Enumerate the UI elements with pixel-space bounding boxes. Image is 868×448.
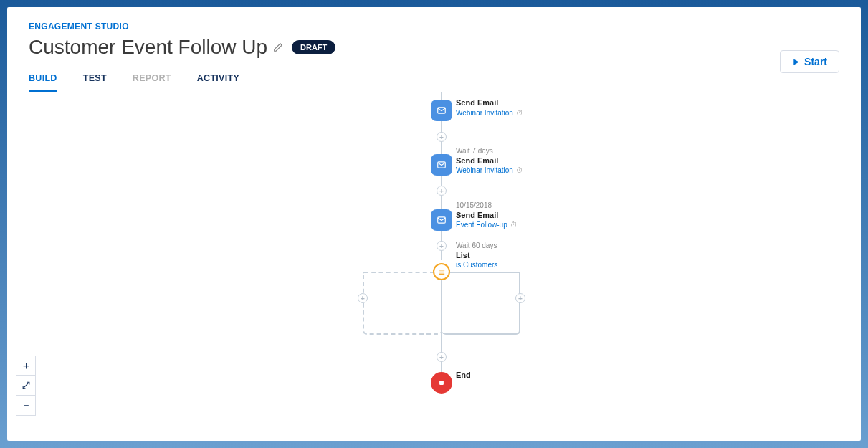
- node-link[interactable]: Webinar Invitation: [456, 166, 513, 174]
- node-link[interactable]: is Customers: [456, 261, 497, 269]
- flow-node[interactable]: Send Email Webinar Invitation⏱: [456, 98, 523, 118]
- node-title: Send Email: [456, 156, 523, 166]
- flow-node[interactable]: Wait 7 days Send Email Webinar Invitatio…: [456, 147, 523, 176]
- node-link[interactable]: Webinar Invitation: [456, 109, 513, 117]
- flow-node[interactable]: Wait 60 days List is Customers: [456, 242, 497, 270]
- tab-activity[interactable]: ACTIVITY: [197, 73, 239, 92]
- end-node-icon[interactable]: [432, 373, 451, 392]
- header: ENGAGEMENT STUDIO Customer Event Follow …: [7, 7, 861, 59]
- zoom-out-button[interactable]: －: [16, 396, 36, 416]
- page-title: Customer Event Follow Up: [29, 36, 267, 59]
- app-card: ENGAGEMENT STUDIO Customer Event Follow …: [7, 7, 861, 441]
- breadcrumb[interactable]: ENGAGEMENT STUDIO: [29, 22, 839, 32]
- branch-box-right: [442, 272, 520, 335]
- send-email-node-icon[interactable]: [432, 101, 451, 120]
- clock-icon: ⏱: [516, 166, 523, 174]
- plus-icon: ＋: [21, 359, 32, 373]
- tab-build[interactable]: BUILD: [29, 73, 57, 92]
- svg-rect-6: [439, 381, 444, 385]
- edit-icon[interactable]: [273, 42, 283, 52]
- title-row: Customer Event Follow Up DRAFT: [29, 36, 839, 59]
- node-link[interactable]: Event Follow-up: [456, 221, 507, 229]
- zoom-fit-button[interactable]: [16, 376, 36, 396]
- status-badge: DRAFT: [292, 40, 335, 54]
- node-title: List: [456, 251, 497, 261]
- zoom-controls: ＋ －: [16, 356, 36, 416]
- flow-node[interactable]: 10/15/2018 Send Email Event Follow-up⏱: [456, 201, 518, 230]
- add-step-button[interactable]: +: [515, 293, 525, 303]
- node-meta: Wait 60 days: [456, 242, 497, 251]
- branch-box-left: [363, 272, 442, 335]
- add-step-button[interactable]: +: [437, 352, 447, 362]
- node-title: End: [456, 371, 471, 381]
- play-icon: [792, 58, 800, 66]
- clock-icon: ⏱: [516, 109, 523, 117]
- add-step-button[interactable]: +: [437, 186, 447, 196]
- add-step-button[interactable]: +: [358, 293, 368, 303]
- send-email-node-icon[interactable]: [432, 211, 451, 229]
- node-title: Send Email: [456, 98, 523, 108]
- flow-node-end: End: [456, 371, 471, 381]
- node-title: Send Email: [456, 211, 518, 221]
- add-step-button[interactable]: +: [437, 241, 447, 251]
- tab-test[interactable]: TEST: [83, 73, 107, 92]
- node-meta: Wait 7 days: [456, 147, 523, 156]
- flow-canvas[interactable]: Send Email Webinar Invitation⏱ + Wait 7 …: [7, 92, 861, 424]
- add-step-button[interactable]: +: [437, 132, 447, 142]
- tabs: BUILD TEST REPORT ACTIVITY: [7, 73, 861, 92]
- zoom-in-button[interactable]: ＋: [16, 356, 36, 376]
- send-email-node-icon[interactable]: [432, 156, 451, 174]
- tab-report[interactable]: REPORT: [133, 73, 171, 92]
- clock-icon: ⏱: [510, 221, 518, 229]
- expand-icon: [22, 381, 31, 390]
- start-button[interactable]: Start: [780, 50, 839, 73]
- connector-line: [441, 92, 442, 101]
- minus-icon: －: [21, 399, 32, 412]
- node-meta: 10/15/2018: [456, 201, 518, 211]
- start-button-label: Start: [804, 56, 827, 67]
